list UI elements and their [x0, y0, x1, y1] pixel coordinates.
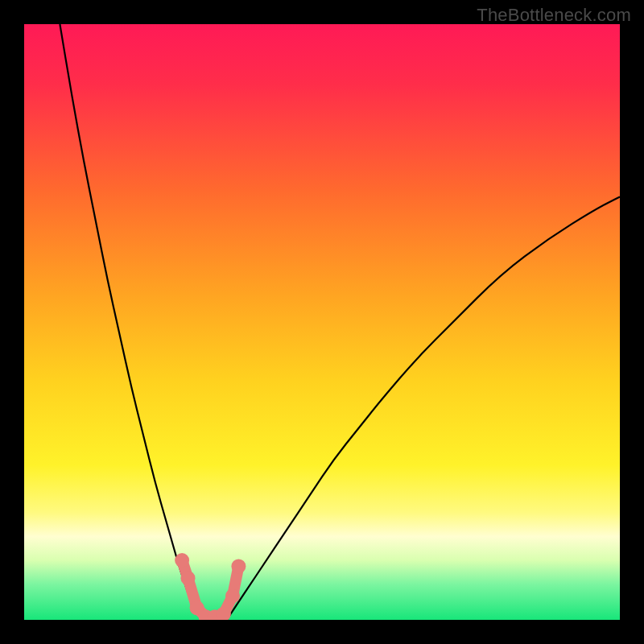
watermark-text: TheBottleneck.com	[477, 5, 631, 26]
gradient-background	[24, 24, 620, 620]
svg-rect-0	[24, 24, 620, 620]
plot-frame	[24, 24, 620, 620]
